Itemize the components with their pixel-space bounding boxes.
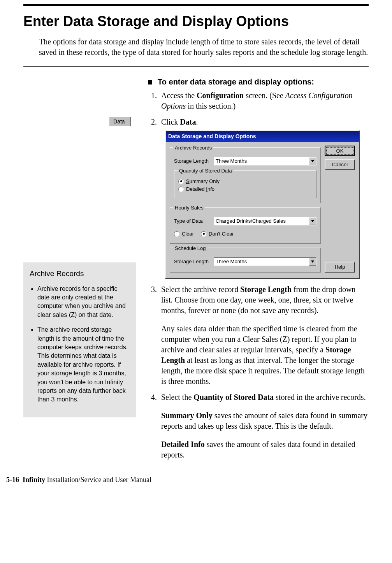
cancel-button[interactable]: Cancel bbox=[325, 159, 355, 170]
hourly-sales-group: Hourly Sales Type of Data Charged Drinks… bbox=[170, 207, 321, 244]
sidebar-title: Archive Records bbox=[30, 269, 130, 279]
radio-icon bbox=[201, 231, 206, 237]
clear-radio[interactable]: Clear bbox=[174, 230, 194, 238]
detailed-info-radio[interactable]: Detailed Info bbox=[178, 186, 312, 193]
sidebar-archive-records: Archive Records Archive records for a sp… bbox=[23, 262, 136, 417]
step-1: Access the Configuration screen. (See Ac… bbox=[159, 90, 369, 111]
hourly-sales-legend: Hourly Sales bbox=[173, 204, 205, 211]
schedule-log-legend: Schedule Log bbox=[173, 245, 207, 252]
procedure-heading: To enter data storage and display option… bbox=[148, 77, 369, 86]
svg-marker-1 bbox=[311, 220, 314, 222]
step-4: Select the Quantity of Stored Data store… bbox=[159, 392, 369, 460]
type-of-data-label: Type of Data bbox=[174, 218, 211, 225]
square-bullet-icon bbox=[148, 80, 152, 84]
data-button-underline: D bbox=[113, 118, 117, 125]
page-footer: 5-16 Infinity Installation/Service and U… bbox=[0, 473, 392, 491]
storage-length-value: Three Months bbox=[216, 158, 247, 165]
page-title: Enter Data Storage and Display Options bbox=[23, 13, 369, 30]
storage-length-label: Storage Length bbox=[174, 158, 211, 165]
data-button[interactable]: Data bbox=[109, 117, 131, 126]
radio-icon bbox=[174, 231, 179, 237]
summary-only-radio[interactable]: Summary Only bbox=[178, 178, 312, 185]
section-rule bbox=[23, 66, 369, 67]
svg-marker-2 bbox=[311, 260, 314, 263]
help-button[interactable]: Help bbox=[325, 262, 355, 273]
top-rule bbox=[23, 4, 369, 6]
storage-length-combo[interactable]: Three Months bbox=[214, 157, 316, 165]
sidebar-bullet-2: The archive record storage length is the… bbox=[37, 325, 130, 404]
quantity-legend: Quantity of Stored Data bbox=[178, 167, 234, 174]
type-of-data-combo[interactable]: Charged Drinks/Charged Sales bbox=[214, 217, 316, 225]
chevron-down-icon[interactable] bbox=[309, 217, 316, 225]
step-3: Select the archive record Storage Length… bbox=[159, 284, 369, 387]
dont-clear-radio[interactable]: Don't Clear bbox=[201, 230, 234, 238]
svg-marker-0 bbox=[311, 160, 314, 162]
step-2: Click Data. Data Storage and Display Opt… bbox=[159, 117, 369, 279]
schedule-storage-length-value: Three Months bbox=[216, 258, 247, 265]
schedule-storage-length-label: Storage Length bbox=[174, 258, 211, 265]
sidebar-bullet-1: Archive records for a specific date are … bbox=[37, 285, 130, 320]
archive-records-group: Archive Records Storage Length Three Mon… bbox=[170, 147, 321, 203]
data-storage-dialog: Data Storage and Display Options Archive… bbox=[165, 130, 360, 279]
type-of-data-value: Charged Drinks/Charged Sales bbox=[216, 218, 286, 225]
chevron-down-icon[interactable] bbox=[309, 157, 316, 165]
archive-records-legend: Archive Records bbox=[173, 144, 213, 151]
intro-paragraph: The options for data storage and display… bbox=[39, 37, 369, 58]
schedule-log-group: Schedule Log Storage Length Three Months bbox=[170, 248, 321, 273]
radio-icon bbox=[178, 179, 184, 184]
dialog-titlebar: Data Storage and Display Options bbox=[166, 131, 359, 142]
data-button-rest: ata bbox=[117, 118, 125, 125]
schedule-storage-length-combo[interactable]: Three Months bbox=[214, 257, 316, 266]
quantity-stored-data-group: Quantity of Stored Data Summary Only bbox=[174, 170, 316, 198]
ok-button[interactable]: OK bbox=[325, 146, 355, 157]
radio-icon bbox=[178, 186, 184, 192]
chevron-down-icon[interactable] bbox=[309, 258, 316, 266]
